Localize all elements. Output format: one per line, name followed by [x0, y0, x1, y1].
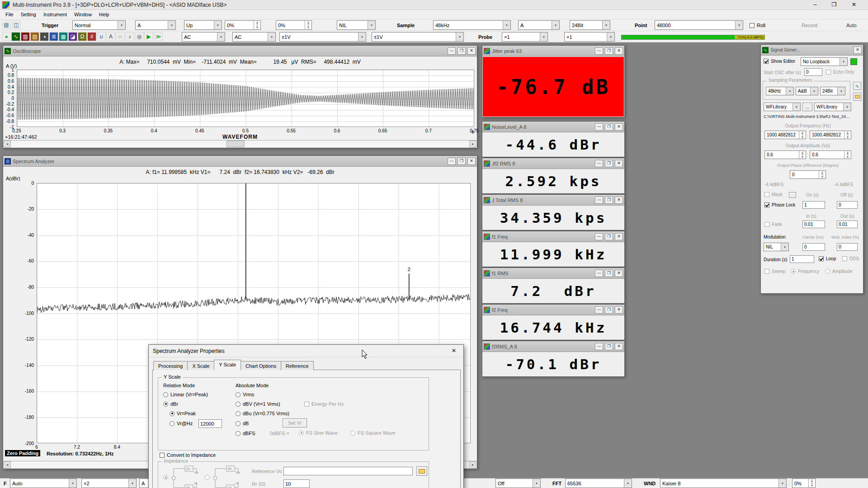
maximize-icon[interactable]: ❐ — [605, 123, 613, 131]
vrms-radio[interactable]: Vrms — [236, 392, 254, 397]
minimize-icon[interactable]: — — [595, 123, 603, 131]
maximize-icon[interactable]: ❐ — [458, 158, 466, 165]
overlap-spinner[interactable]: 0%▲▼ — [792, 479, 816, 488]
coupling-a-dropdown[interactable]: AC▼ — [182, 32, 225, 42]
range-b-dropdown[interactable]: ±1V▼ — [372, 32, 464, 42]
waveform-library-b-dropdown[interactable]: WFLibrary▼ — [814, 103, 851, 111]
linear-vr-peak-radio[interactable]: Linear (Vr=Peak) — [163, 392, 208, 397]
maximize-icon[interactable]: ❐ — [605, 270, 613, 277]
phase-lock-checkbox[interactable]: Phase Lock — [764, 202, 795, 207]
spectrum-titlebar[interactable]: ▥ Spectrum Analyzer — ❐ ✕ — [3, 156, 477, 167]
trigger-reject-dropdown[interactable]: NIL▼ — [337, 20, 376, 30]
auto-button[interactable]: Auto — [846, 23, 857, 28]
scroll-left-icon[interactable]: ◄ — [4, 141, 11, 147]
minimize-icon[interactable]: — — [595, 233, 603, 240]
energy-per-hz-checkbox[interactable]: Energy Per Hz — [304, 401, 344, 407]
mod-index-input[interactable]: 0 — [837, 243, 858, 251]
tab-x-scale[interactable]: X Scale — [187, 361, 214, 370]
vr-hz-input[interactable]: 12000 — [198, 419, 222, 428]
impedance-shunt-radio[interactable] — [205, 475, 210, 480]
frequency-b-spinner[interactable]: 1000.4882812▲▼ — [810, 131, 851, 139]
close-icon[interactable]: ✕ — [615, 233, 623, 240]
maximize-icon[interactable]: ❐ — [605, 160, 613, 167]
tab-reference[interactable]: Reference — [281, 361, 314, 370]
spectrum-analyzer-icon[interactable]: ▥ — [21, 32, 30, 41]
minimize-icon[interactable]: — — [595, 197, 603, 204]
play-icon[interactable]: ▶ — [144, 32, 153, 41]
sample-channel-dropdown[interactable]: A▼ — [518, 20, 560, 30]
close-window-icon[interactable]: ✕ — [846, 1, 862, 8]
vr-peak-radio[interactable]: Vr=Peak — [170, 411, 196, 416]
window-function-dropdown[interactable]: Kaiser 8▼ — [660, 479, 787, 488]
scroll-track[interactable] — [11, 141, 469, 147]
amplitude-a-spinner[interactable]: 0.6▲▼ — [764, 150, 806, 159]
maximize-icon[interactable]: ❐ — [458, 47, 466, 55]
minimize-icon[interactable]: — — [595, 343, 603, 350]
phase-lock-on-input[interactable]: 1 — [802, 201, 825, 209]
set-vr-button[interactable]: Set Vr — [283, 418, 307, 427]
echo-only-checkbox[interactable]: Echo Only — [826, 70, 854, 75]
spectrogram-icon[interactable]: ▦ — [59, 32, 68, 41]
sample-rate-dropdown[interactable]: 48kHz▼ — [433, 20, 511, 30]
dbfs-radio[interactable]: dBFS — [236, 431, 255, 436]
vr-at-hz-radio[interactable]: Vr@Hz — [170, 421, 193, 426]
show-editor-checkbox[interactable]: Show Editor — [764, 59, 795, 64]
menu-setting[interactable]: Setting — [17, 11, 40, 18]
dbu-radio[interactable]: dBu (Vr=0.775 Vrms) — [236, 411, 289, 416]
magnet-trigger-icon[interactable]: ∪ — [97, 32, 106, 41]
run-stop-icon[interactable]: ● — [2, 32, 11, 41]
menu-window[interactable]: Window — [71, 11, 95, 18]
new-panel-icon[interactable]: ▤ — [2, 20, 11, 29]
maximize-icon[interactable]: ❐ — [605, 197, 613, 204]
phase-lock-off-input[interactable]: 0 — [837, 201, 858, 209]
dbv-radio[interactable]: dBV (Vr=1 Vrms) — [236, 401, 280, 407]
close-icon[interactable]: ✕ — [615, 47, 623, 55]
sweep-frequency-radio[interactable]: Frequency — [791, 269, 819, 274]
frequency-mode-dropdown[interactable]: Auto▼ — [10, 479, 77, 488]
minimize-icon[interactable]: — — [448, 158, 456, 165]
minimize-window-icon[interactable]: – — [807, 1, 823, 8]
dbr-radio[interactable]: dBr — [163, 401, 178, 407]
oscilloscope-scrollbar[interactable]: ◄ ► — [4, 140, 476, 147]
sound-output-icon[interactable]: ♪ — [125, 32, 134, 41]
carrier-input[interactable]: 0 — [802, 243, 825, 251]
scroll-right-icon[interactable]: ► — [469, 141, 476, 147]
reference-vo-input[interactable] — [283, 467, 413, 475]
coupling-b-dropdown[interactable]: AC▼ — [232, 32, 276, 42]
zoom-icon[interactable]: ◎ — [135, 32, 144, 41]
data-logger-icon[interactable]: ≣ — [49, 32, 58, 41]
close-icon[interactable]: ✕ — [615, 343, 623, 350]
phase-spinner[interactable]: 0▲▼ — [790, 170, 826, 179]
sweep-amplitude-radio[interactable]: Amplitude — [825, 269, 852, 274]
generator-bits-dropdown[interactable]: 24Bit▼ — [820, 87, 845, 95]
save-waveform-icon[interactable]: ∿ — [853, 82, 861, 90]
mask-checkbox[interactable]: Mask — [764, 192, 783, 197]
oscilloscope-plot[interactable] — [17, 70, 474, 127]
trigger-delay-spinner[interactable]: 0%▲▼ — [276, 20, 312, 30]
output-indicator[interactable] — [850, 58, 857, 65]
loop-checkbox[interactable]: Loop — [819, 256, 836, 261]
library-browse-button[interactable]: ... — [802, 103, 812, 111]
minimize-icon[interactable]: — — [595, 306, 603, 314]
close-icon[interactable]: ✕ — [467, 47, 476, 55]
tab-y-scale[interactable]: Y Scale — [214, 360, 241, 370]
menu-file[interactable]: File — [2, 11, 17, 18]
scroll-left-icon[interactable]: ◄ — [4, 461, 11, 468]
frequency-a-spinner[interactable]: 1000.4882812▲▼ — [764, 131, 806, 139]
maximize-icon[interactable]: ❐ — [605, 306, 613, 314]
roll-checkbox[interactable]: Roll — [750, 23, 765, 28]
waveform-library-a-dropdown[interactable]: WFLibrary▼ — [764, 103, 801, 111]
fade-out-input[interactable]: 0.01 — [837, 221, 858, 228]
scroll-right-icon[interactable]: ► — [469, 461, 476, 468]
font-size-icon[interactable]: A — [106, 32, 115, 41]
point-count-dropdown[interactable]: 48000▼ — [655, 20, 743, 30]
maximize-window-icon[interactable]: ❐ — [826, 1, 842, 8]
generator-sample-rate-dropdown[interactable]: 48kHz▼ — [766, 87, 794, 95]
trigger-mode-dropdown[interactable]: Normal▼ — [72, 20, 126, 30]
derived-data-point-icon[interactable]: # — [87, 32, 96, 41]
maximize-icon[interactable]: ❐ — [605, 343, 613, 350]
dds-checkbox[interactable]: DDS — [842, 256, 859, 261]
close-icon[interactable]: ✕ — [615, 306, 623, 314]
sample-bits-dropdown[interactable]: 24Bit▼ — [570, 20, 610, 30]
menu-help[interactable]: Help — [95, 11, 113, 18]
